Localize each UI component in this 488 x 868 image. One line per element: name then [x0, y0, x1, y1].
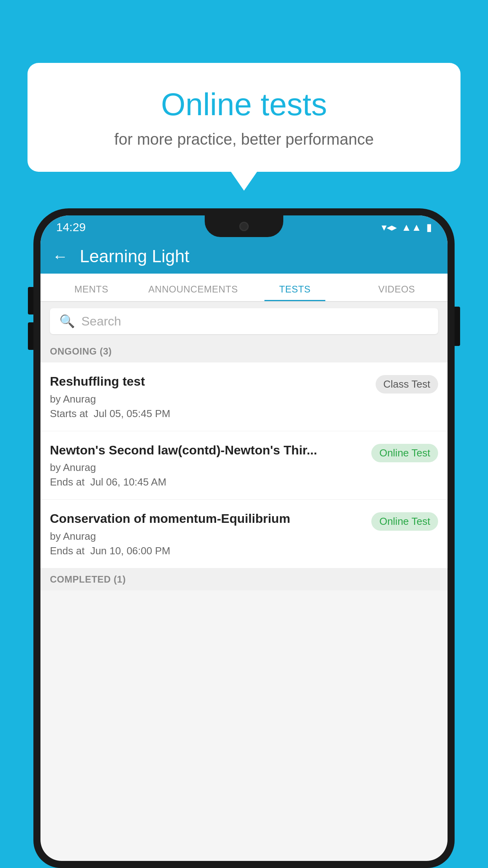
test-item[interactable]: Conservation of momentum-Equilibrium by …	[40, 500, 448, 568]
volume-up-button	[28, 287, 33, 314]
search-placeholder: Search	[81, 314, 121, 329]
test-badge-online: Online Test	[371, 512, 438, 531]
phone-frame: 14:29 ▾◂▸ ▲▲ ▮ ← Learning Light MENTS AN…	[33, 208, 455, 868]
bubble-title: Online tests	[59, 86, 429, 123]
wifi-icon: ▾◂▸	[382, 221, 397, 234]
test-item[interactable]: Reshuffling test by Anurag Starts at Jul…	[40, 362, 448, 431]
back-button[interactable]: ←	[52, 248, 68, 265]
test-badge-online: Online Test	[371, 444, 438, 462]
tab-tests[interactable]: TESTS	[244, 284, 346, 301]
test-time: Starts at Jul 05, 05:45 PM	[50, 408, 368, 420]
test-item[interactable]: Newton's Second law(contd)-Newton's Thir…	[40, 431, 448, 500]
speech-bubble: Online tests for more practice, better p…	[28, 63, 460, 172]
front-camera	[239, 222, 249, 231]
bubble-subtitle: for more practice, better performance	[59, 131, 429, 148]
ongoing-section-label: ONGOING (3)	[40, 340, 448, 362]
power-button	[455, 307, 460, 346]
test-author: by Anurag	[50, 530, 363, 542]
tab-ments[interactable]: MENTS	[40, 284, 142, 301]
test-time: Ends at Jul 06, 10:45 AM	[50, 476, 363, 488]
test-name: Newton's Second law(contd)-Newton's Thir…	[50, 442, 363, 459]
test-badge-class: Class Test	[376, 375, 438, 394]
search-container: 🔍 Search	[40, 302, 448, 340]
test-list: Reshuffling test by Anurag Starts at Jul…	[40, 362, 448, 568]
test-author: by Anurag	[50, 393, 368, 405]
signal-icon: ▲▲	[402, 221, 422, 234]
tab-announcements[interactable]: ANNOUNCEMENTS	[142, 284, 244, 301]
test-time: Ends at Jun 10, 06:00 PM	[50, 545, 363, 557]
search-icon: 🔍	[59, 314, 75, 329]
test-info: Newton's Second law(contd)-Newton's Thir…	[50, 442, 371, 489]
phone-screen: 14:29 ▾◂▸ ▲▲ ▮ ← Learning Light MENTS AN…	[40, 215, 448, 861]
speech-bubble-container: Online tests for more practice, better p…	[28, 63, 460, 172]
app-title: Learning Light	[80, 246, 189, 266]
test-info: Reshuffling test by Anurag Starts at Jul…	[50, 373, 376, 420]
status-icons: ▾◂▸ ▲▲ ▮	[382, 221, 432, 234]
test-name: Reshuffling test	[50, 373, 368, 390]
test-name: Conservation of momentum-Equilibrium	[50, 511, 363, 527]
phone-notch	[205, 215, 283, 237]
status-time: 14:29	[56, 221, 86, 234]
battery-icon: ▮	[426, 221, 432, 234]
tab-videos[interactable]: VIDEOS	[346, 284, 448, 301]
phone-container: 14:29 ▾◂▸ ▲▲ ▮ ← Learning Light MENTS AN…	[33, 208, 455, 868]
test-author: by Anurag	[50, 462, 363, 474]
volume-down-button	[28, 322, 33, 350]
test-info: Conservation of momentum-Equilibrium by …	[50, 511, 371, 557]
search-bar[interactable]: 🔍 Search	[50, 308, 438, 334]
completed-section-label: COMPLETED (1)	[40, 568, 448, 590]
tab-bar: MENTS ANNOUNCEMENTS TESTS VIDEOS	[40, 274, 448, 302]
app-header: ← Learning Light	[40, 239, 448, 274]
